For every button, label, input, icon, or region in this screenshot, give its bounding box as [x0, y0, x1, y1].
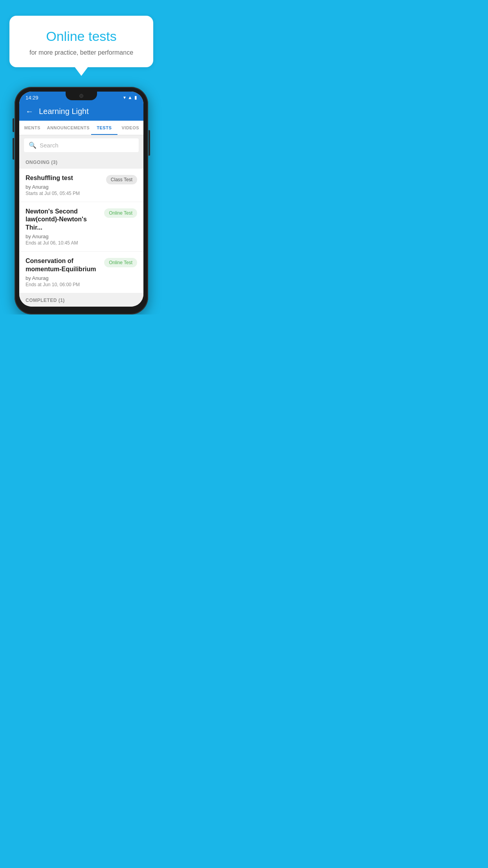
test-name: Newton's Second law(contd)-Newton's Thir…: [26, 208, 100, 232]
test-item[interactable]: Conservation of momentum-Equilibrium by …: [19, 252, 143, 293]
completed-section-header: COMPLETED (1): [19, 293, 143, 307]
app-title: Learning Light: [39, 107, 89, 116]
signal-icon: ▲: [128, 95, 132, 100]
promo-title: Online tests: [21, 28, 141, 44]
search-bar: 🔍 Search: [19, 135, 143, 155]
promo-subtitle: for more practice, better performance: [21, 49, 141, 56]
test-badge-class: Class Test: [106, 175, 137, 184]
test-by: by Anurag: [26, 234, 100, 239]
volume-up-button: [13, 118, 14, 132]
tab-videos[interactable]: VIDEOS: [117, 121, 143, 135]
test-time: Ends at Jul 06, 10:45 AM: [26, 240, 100, 246]
phone-frame: 14:29 ▾ ▲ ▮ ← Learning Light MENTS ANNOU…: [15, 87, 148, 314]
completed-label: COMPLETED (1): [26, 298, 65, 303]
search-placeholder: Search: [40, 142, 59, 149]
test-list: Reshuffling test by Anurag Starts at Jul…: [19, 169, 143, 293]
test-item[interactable]: Reshuffling test by Anurag Starts at Jul…: [19, 169, 143, 202]
test-info: Reshuffling test by Anurag Starts at Jul…: [26, 174, 106, 196]
search-input-wrap[interactable]: 🔍 Search: [24, 138, 139, 152]
test-name: Reshuffling test: [26, 174, 102, 182]
test-info: Newton's Second law(contd)-Newton's Thir…: [26, 208, 104, 246]
tab-ments[interactable]: MENTS: [19, 121, 45, 135]
ongoing-section-header: ONGOING (3): [19, 155, 143, 169]
test-time: Ends at Jun 10, 06:00 PM: [26, 282, 100, 287]
phone-mockup: 14:29 ▾ ▲ ▮ ← Learning Light MENTS ANNOU…: [15, 87, 148, 314]
test-by: by Anurag: [26, 275, 100, 281]
battery-icon: ▮: [134, 95, 137, 100]
search-icon: 🔍: [29, 142, 37, 149]
test-badge-online: Online Test: [104, 208, 137, 218]
tab-tests[interactable]: TESTS: [91, 121, 117, 135]
test-info: Conservation of momentum-Equilibrium by …: [26, 257, 104, 287]
test-name: Conservation of momentum-Equilibrium: [26, 257, 100, 274]
power-button: [149, 130, 150, 156]
status-icons: ▾ ▲ ▮: [123, 95, 137, 100]
phone-screen: 14:29 ▾ ▲ ▮ ← Learning Light MENTS ANNOU…: [19, 92, 143, 307]
test-by: by Anurag: [26, 184, 102, 190]
back-button[interactable]: ←: [26, 107, 33, 116]
front-camera: [79, 94, 83, 98]
promo-section: Online tests for more practice, better p…: [0, 0, 163, 67]
test-badge-online-2: Online Test: [104, 258, 137, 267]
phone-notch: [66, 92, 97, 100]
test-item[interactable]: Newton's Second law(contd)-Newton's Thir…: [19, 202, 143, 252]
ongoing-label: ONGOING (3): [26, 160, 58, 165]
app-header: ← Learning Light: [19, 103, 143, 121]
tab-bar: MENTS ANNOUNCEMENTS TESTS VIDEOS: [19, 121, 143, 135]
tab-announcements[interactable]: ANNOUNCEMENTS: [45, 121, 91, 135]
test-time: Starts at Jul 05, 05:45 PM: [26, 191, 102, 196]
volume-down-button: [13, 138, 14, 160]
speech-bubble: Online tests for more practice, better p…: [9, 16, 153, 67]
wifi-icon: ▾: [123, 95, 126, 100]
status-time: 14:29: [26, 95, 39, 101]
